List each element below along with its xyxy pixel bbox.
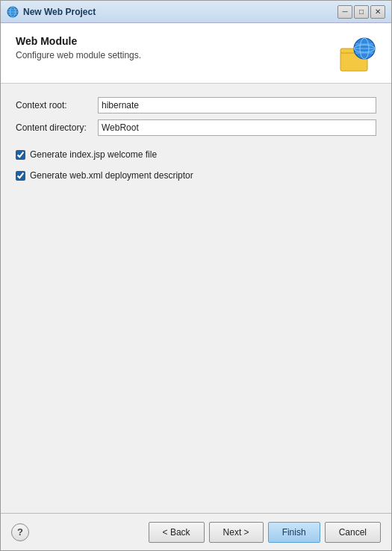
footer-buttons: < Back Next > Finish Cancel [149, 522, 381, 543]
back-button[interactable]: < Back [149, 522, 205, 543]
footer: ? < Back Next > Finish Cancel [1, 513, 391, 550]
content-area: Context root: Content directory: Generat… [1, 84, 391, 513]
context-root-row: Context root: [16, 97, 376, 113]
dialog-window: New Web Project ─ □ ✕ Web Module Configu… [0, 0, 392, 551]
window-controls: ─ □ ✕ [337, 5, 385, 19]
header-title: Web Module [16, 35, 330, 47]
help-button[interactable]: ? [11, 523, 29, 541]
generate-webxml-checkbox[interactable] [16, 171, 25, 181]
minimize-button[interactable]: ─ [337, 5, 352, 19]
cancel-button[interactable]: Cancel [325, 522, 381, 543]
generate-index-label[interactable]: Generate index.jsp welcome file [30, 149, 157, 160]
title-bar: New Web Project ─ □ ✕ [1, 1, 391, 23]
generate-webxml-label[interactable]: Generate web.xml deployment descriptor [30, 170, 193, 181]
content-directory-input[interactable] [98, 119, 376, 136]
maximize-button[interactable]: □ [354, 5, 369, 19]
header-globe-icon [337, 35, 376, 74]
finish-button[interactable]: Finish [268, 522, 320, 543]
svg-rect-6 [340, 49, 355, 53]
window-icon [7, 6, 19, 18]
header-subtitle: Configure web module settings. [16, 50, 330, 60]
next-button[interactable]: Next > [209, 522, 264, 543]
generate-index-row: Generate index.jsp welcome file [16, 149, 376, 160]
context-root-input[interactable] [98, 97, 376, 113]
header-text: Web Module Configure web module settings… [16, 35, 330, 60]
header-section: Web Module Configure web module settings… [1, 23, 391, 84]
content-directory-label: Content directory: [16, 122, 98, 133]
generate-index-checkbox[interactable] [16, 150, 25, 160]
generate-webxml-row: Generate web.xml deployment descriptor [16, 170, 376, 181]
window-title: New Web Project [23, 7, 337, 17]
content-directory-row: Content directory: [16, 119, 376, 136]
context-root-label: Context root: [16, 100, 98, 110]
close-button[interactable]: ✕ [370, 5, 385, 19]
